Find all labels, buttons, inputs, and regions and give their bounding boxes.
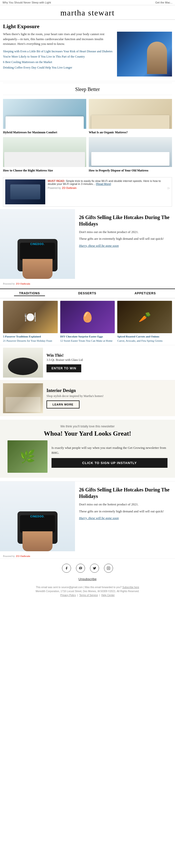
promo-1-powered-label: Powered by (3, 282, 15, 285)
ad-powered-label: Powered by (48, 187, 61, 189)
article-image (117, 32, 172, 76)
newsletter-description: Is exactly what people will say when you… (51, 445, 168, 455)
ad-banner: MUST READ: Simple trick to easily fix sl… (3, 177, 172, 207)
win-section: Win This! 3.5-Qt. Braiser with Glass Lid… (0, 345, 175, 380)
recipe-card-2-title: DIY Chocolate Surprise Easter Eggs (60, 335, 115, 338)
promo-1-powered: Powered by ZO Outbrain (0, 281, 175, 286)
recipe-card-1[interactable]: 5 Passover Traditions Explained 21 Passo… (3, 301, 58, 343)
article-links: Sleeping with Even a Little Bit of Light… (3, 49, 114, 70)
promo-2-image: CINEDOO. (0, 482, 75, 551)
promo-2-p1: Don't miss out on the hottest product of… (79, 502, 171, 507)
site-logo[interactable]: martha stewart (0, 8, 175, 18)
newsletter-text: Is exactly what people will say when you… (51, 445, 168, 468)
recipe-card-2-sublink[interactable]: 12 Sweet Easter Treats You Can Make at H… (60, 339, 115, 342)
sleep-card-4[interactable]: How to Properly Dispose of Your Old Matt… (89, 137, 172, 173)
promo-1-powered-logo: ZO Outbrain (16, 282, 30, 285)
promo-1-p1: Don't miss out on the hottest product of… (79, 229, 171, 235)
footer-help-link[interactable]: Help Center (101, 594, 115, 597)
newsletter-section: We think you'll totally love this newsle… (0, 420, 175, 478)
ad-powered: Powered by ZO Outbrain ▷ (48, 186, 170, 190)
article-content: When there's light in the room, your hea… (3, 32, 172, 76)
newsletter-title: Whoa! Your Yard Looks Great! (7, 430, 168, 437)
newsletter-image (7, 440, 48, 473)
top-bar-right[interactable]: Get the Mac... (155, 1, 173, 4)
social-bar (0, 558, 175, 575)
unsubscribe-bar: Unsubscribe (0, 575, 175, 583)
win-description: 3.5-Qt. Braiser with Glass Lid (47, 358, 83, 362)
facebook-icon[interactable] (62, 564, 71, 573)
win-button[interactable]: ENTER TO WIN (47, 364, 81, 372)
article-section: Light Exposure When there's light in the… (0, 20, 175, 80)
interior-headline: Interior Design (47, 388, 103, 393)
article-title: Light Exposure (3, 23, 172, 30)
recipe-card-3-sublink[interactable]: Carrot, Avocado, and Feta Spring Greens (117, 339, 172, 342)
article-link-1[interactable]: Sleeping with Even a Little Bit of Light… (3, 49, 114, 54)
win-headline: Win This! (47, 353, 83, 358)
article-link-4[interactable]: Drinking Coffee Every Day Could Help You… (3, 66, 114, 70)
sleep-card-3-img (3, 137, 86, 167)
promo-2-title: 26 Gifts Selling Like Hotcakes During Th… (79, 487, 171, 499)
article-image-placeholder (117, 32, 172, 76)
sleep-card-4-title: How to Properly Dispose of Your Old Matt… (89, 168, 172, 173)
article-body: When there's light in the room, your hea… (3, 32, 114, 46)
newsletter-content: Is exactly what people will say when you… (7, 440, 168, 473)
article-link-2[interactable]: You're More Likely to Snore If You Live … (3, 55, 114, 59)
recipe-card-1-title: 5 Passover Traditions Explained (3, 335, 58, 338)
sleep-card-1[interactable]: Hybrid Mattresses for Maximum Comfort (3, 99, 86, 134)
promo-device-label: CINEDOO. (30, 243, 45, 245)
sleep-card-3-title: How to Choose the Right Mattress Size (3, 168, 86, 173)
recipe-card-1-sublink[interactable]: 21 Passover Desserts for Your Holiday Fe… (3, 339, 58, 342)
promo-1-text: 26 Gifts Selling Like Hotcakes During Th… (75, 209, 175, 279)
promo-hand (23, 259, 52, 279)
promo-2-cta[interactable]: Hurry, these will be gone soon (79, 516, 119, 520)
promo-2-text: 26 Gifts Selling Like Hotcakes During Th… (75, 482, 175, 551)
footer-links: Privacy Policy | Terms of Service | Help… (5, 593, 170, 597)
tab-traditions[interactable]: TRADITIONS (14, 291, 45, 296)
tab-desserts[interactable]: DESSERTS (73, 291, 101, 296)
promo-banner-1: CINEDOO. 26 Gifts Selling Like Hotcakes … (0, 209, 175, 279)
top-bar: Why You Should Never Sleep with Light Ge… (0, 0, 175, 5)
ad-image (5, 180, 45, 204)
pinterest-icon[interactable] (76, 564, 85, 573)
recipe-card-3[interactable]: Spiced Roasted Carrots and Onions Carrot… (117, 301, 172, 343)
footer-subscribe-link[interactable]: Subscribe here (122, 586, 139, 589)
win-image (3, 348, 43, 377)
recipe-card-3-img (117, 301, 172, 333)
unsubscribe-link[interactable]: Unsubscribe (78, 577, 97, 581)
tab-appetizers[interactable]: APPETIZERS (129, 291, 161, 296)
newsletter-cta-button[interactable]: CLICK TO SIGN UP INSTANTLY (51, 458, 168, 468)
footer-legal-line2: Meredith Corporation, 1716 Locust Street… (5, 589, 170, 593)
recipe-card-2-img (60, 301, 115, 333)
promo-banner-2: CINEDOO. 26 Gifts Selling Like Hotcakes … (0, 481, 175, 551)
sleep-card-2[interactable]: What Is an Organic Mattress? (89, 99, 172, 134)
promo-2-device-label: CINEDOO. (30, 515, 45, 518)
footer-terms-link[interactable]: Terms of Service (79, 594, 98, 597)
interior-text: Interior Design Shop stylish decor inspi… (47, 388, 103, 408)
recipe-card-2[interactable]: DIY Chocolate Surprise Easter Eggs 12 Sw… (60, 301, 115, 343)
instagram-icon[interactable] (104, 564, 113, 573)
ad-read-more-link[interactable]: [Read More] (96, 182, 111, 185)
ad-sponsored-icon: ▷ (168, 186, 170, 190)
person-figure (147, 42, 167, 74)
interior-button[interactable]: LEARN MORE (47, 401, 79, 408)
recipe-card-1-img (3, 301, 58, 333)
ad-img-placeholder (5, 180, 45, 204)
footer-legal-line1: This email was sent to source@gmail.com … (5, 585, 170, 589)
ad-powered-logo: ZO Outbrain (62, 187, 76, 189)
sleep-card-2-title: What Is an Organic Mattress? (89, 130, 172, 134)
sleep-card-3[interactable]: How to Choose the Right Mattress Size (3, 137, 86, 173)
article-link-3[interactable]: 6 Best Cooling Mattresses on the Market (3, 60, 114, 64)
recipe-grid: 5 Passover Traditions Explained 21 Passo… (0, 298, 175, 345)
ad-text: MUST READ: Simple trick to easily fix sl… (48, 180, 170, 190)
promo-2-hand (23, 531, 52, 551)
footer-legal: This email was sent to source@gmail.com … (0, 583, 175, 600)
top-bar-left[interactable]: Why You Should Never Sleep with Light (2, 1, 51, 4)
interior-description: Shop stylish decor inspired by Martha's … (47, 394, 103, 398)
twitter-icon[interactable] (90, 564, 99, 573)
footer-privacy-link[interactable]: Privacy Policy (60, 594, 76, 597)
promo-1-cta[interactable]: Hurry, these will be gone soon (79, 244, 119, 247)
promo-2-p2: These gifts are in extremely high demand… (79, 509, 171, 514)
promo-1-title: 26 Gifts Selling Like Hotcakes During Th… (79, 214, 171, 227)
ad-content: MUST READ: Simple trick to easily fix sl… (48, 180, 170, 185)
ad-must-read: MUST READ: (48, 180, 65, 182)
